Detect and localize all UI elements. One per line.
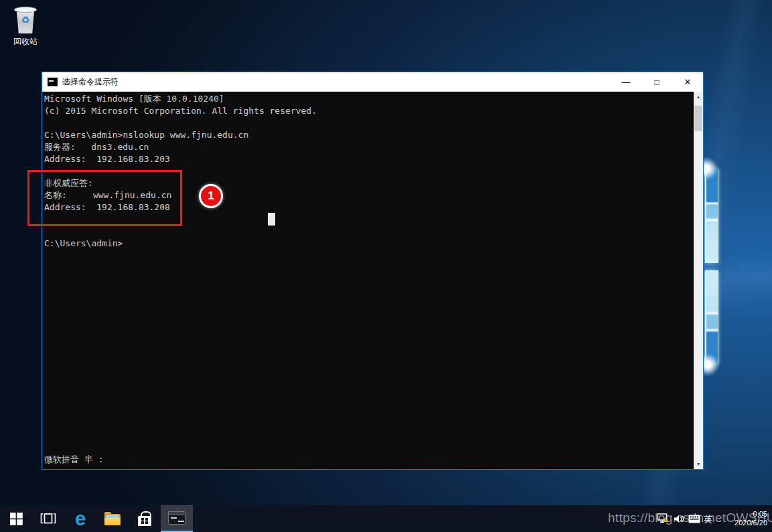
recycle-bin-label: 回收站 [7,36,44,48]
desktop-screen: ♻ 回收站 选择命令提示符 — □ ✕ Microsoft Windows [版… [0,0,772,532]
terminal-scrollbar[interactable]: ▲ ▼ [694,92,703,469]
recycle-arrows-icon: ♻ [14,15,37,25]
clock-time: 0:05 [723,510,767,519]
scrollbar-thumb[interactable] [694,106,702,131]
terminal-line: Address: 192.168.83.203 [44,153,692,165]
minimize-button[interactable]: — [611,72,641,92]
volume-button[interactable] [674,514,684,526]
terminal-line: 服务器: dns3.edu.cn [44,141,692,153]
clock[interactable]: 0:05 2020/6/20 [723,510,767,527]
annotation-highlight-box [27,170,182,226]
cmd-icon [168,511,185,525]
close-button[interactable]: ✕ [672,72,703,92]
terminal-screen[interactable]: Microsoft Windows [版本 10.0.10240] (c) 20… [42,92,703,469]
edge-icon: e [75,509,86,529]
touch-keyboard-button[interactable] [688,514,700,526]
recycle-bin-icon: ♻ [14,7,37,35]
annotation-step-badge: 1 [199,184,223,208]
file-explorer-icon [104,513,121,525]
terminal-line [44,117,692,129]
file-explorer-button[interactable] [96,505,129,532]
task-view-button[interactable] [32,505,64,532]
terminal-cursor [268,213,275,226]
store-icon [138,516,151,526]
command-prompt-taskbar-button[interactable] [161,505,193,532]
ime-language-indicator[interactable]: 英 [704,513,712,525]
windows-logo-icon [10,513,23,525]
terminal-line [44,226,692,238]
store-button[interactable] [129,505,161,532]
cmd-window-icon [48,78,58,86]
taskbar: e https://blog.csdn.netOWSHUT [0,505,772,532]
terminal-line: C:\Users\admin> [44,238,692,250]
keyboard-icon [688,515,700,523]
start-button[interactable] [0,505,32,532]
edge-browser-button[interactable]: e [64,505,96,532]
task-view-icon [40,513,56,524]
terminal-line: (c) 2015 Microsoft Corporation. All righ… [44,105,692,117]
terminal-line: C:\Users\admin>nslookup www.fjnu.edu.cn [44,129,692,141]
scroll-up-icon[interactable]: ▲ [694,92,703,102]
command-prompt-window: 选择命令提示符 — □ ✕ Microsoft Windows [版本 10.0… [42,72,704,470]
maximize-button[interactable]: □ [641,72,672,92]
ime-status-line: 微软拼音 半 : [44,454,103,466]
window-title: 选择命令提示符 [62,76,119,88]
network-status-button[interactable] [657,513,670,526]
speaker-icon [674,515,684,523]
window-controls: — □ ✕ [611,72,703,92]
network-warning-icon [657,513,670,523]
windows-logo-pane-bottom [705,270,718,365]
recycle-bin-shortcut[interactable]: ♻ 回收站 [7,4,44,48]
terminal-line: Microsoft Windows [版本 10.0.10240] [44,93,692,105]
clock-date: 2020/6/20 [723,519,767,527]
scroll-down-icon[interactable]: ▼ [694,459,703,469]
windows-logo-pane-top [705,169,718,263]
window-titlebar[interactable]: 选择命令提示符 — □ ✕ [42,72,703,92]
